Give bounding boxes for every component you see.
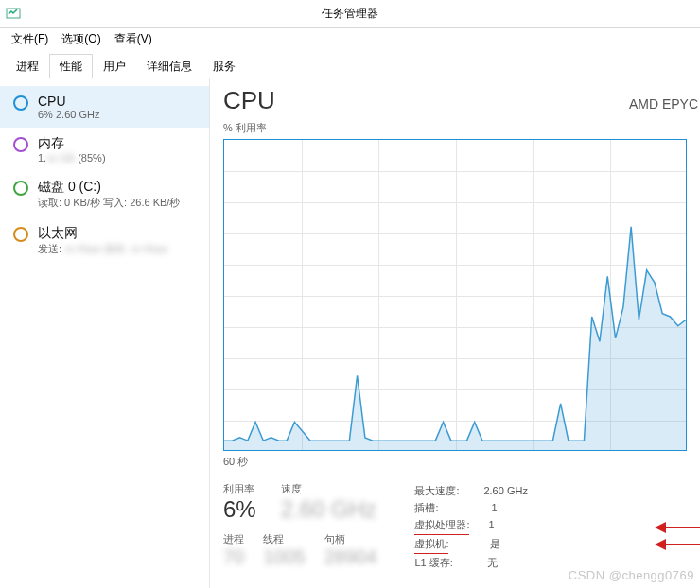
menu-options[interactable]: 选项(O) — [58, 29, 104, 49]
content-area: CPU 6% 2.60 GHz 内存 1.xx GB (85%) 磁盘 0 (C… — [0, 78, 700, 588]
svg-marker-2 — [655, 522, 666, 533]
proc-label: 进程 — [223, 532, 244, 546]
tab-details[interactable]: 详细信息 — [136, 54, 202, 78]
sidebar-item-ethernet[interactable]: 以太网 发送: xx Kbps 接收: xx Kbps — [0, 217, 209, 264]
sidebar-cpu-sub: 6% 2.60 GHz — [38, 109, 99, 120]
speed-value: 2.60 GHz — [281, 496, 376, 523]
chart-svg — [224, 140, 686, 450]
sidebar-item-cpu[interactable]: CPU 6% 2.60 GHz — [0, 86, 209, 128]
tab-performance[interactable]: 性能 — [49, 54, 93, 78]
memory-ring-icon — [13, 137, 28, 152]
tab-processes[interactable]: 进程 — [6, 54, 49, 78]
performance-main: CPU AMD EPYC % 利用率 60 秒 利用率 6% 速度 — [210, 78, 700, 588]
performance-sidebar: CPU 6% 2.60 GHz 内存 1.xx GB (85%) 磁盘 0 (C… — [0, 78, 210, 588]
max-speed-label: 最大速度: — [414, 482, 459, 499]
vm-label: 虚拟机: — [414, 535, 448, 554]
cpu-ring-icon — [13, 95, 28, 111]
tab-users[interactable]: 用户 — [93, 54, 136, 78]
menu-file[interactable]: 文件(F) — [8, 29, 52, 49]
sockets-label: 插槽: — [414, 499, 438, 516]
disk-ring-icon — [13, 181, 28, 196]
menu-view[interactable]: 查看(V) — [111, 29, 156, 49]
speed-label: 速度 — [281, 482, 376, 496]
cpu-detail-stats: 最大速度:2.60 GHz 插槽:1 虚拟处理器:1 虚拟机:是 L1 缓存:无 — [414, 482, 528, 571]
page-title: CPU — [223, 86, 275, 115]
handles-label: 句柄 — [324, 532, 377, 546]
vproc-value: 1 — [488, 516, 494, 535]
sidebar-memory-title: 内存 — [38, 135, 106, 152]
cpu-stats: 利用率 6% 速度 2.60 GHz 进程 70 线程 1005 — [223, 482, 700, 571]
vproc-label: 虚拟处理器: — [414, 516, 469, 535]
util-label: 利用率 — [223, 482, 256, 496]
sidebar-item-memory[interactable]: 内存 1.xx GB (85%) — [0, 128, 209, 171]
proc-value: 70 — [223, 546, 244, 568]
tab-services[interactable]: 服务 — [202, 54, 246, 78]
vm-value: 是 — [490, 535, 500, 554]
threads-value: 1005 — [263, 546, 306, 568]
annotation-arrow-2 — [655, 536, 700, 557]
l1-label: L1 缓存: — [414, 554, 452, 571]
sidebar-disk-sub: 读取: 0 KB/秒 写入: 26.6 KB/秒 — [38, 196, 180, 210]
chart-y-label: % 利用率 — [223, 121, 700, 135]
sidebar-eth-sub: 发送: xx Kbps 接收: xx Kbps — [38, 242, 168, 256]
svg-marker-4 — [655, 539, 666, 550]
window-title: 任务管理器 — [322, 6, 378, 22]
l1-value: 无 — [487, 554, 498, 571]
sidebar-item-disk[interactable]: 磁盘 0 (C:) 读取: 0 KB/秒 写入: 26.6 KB/秒 — [0, 171, 209, 217]
sidebar-eth-title: 以太网 — [38, 225, 168, 242]
app-icon — [6, 6, 21, 21]
threads-label: 线程 — [263, 532, 306, 546]
sidebar-cpu-title: CPU — [38, 94, 99, 109]
max-speed-value: 2.60 GHz — [483, 482, 527, 499]
util-value: 6% — [223, 496, 256, 523]
cpu-brand: AMD EPYC — [629, 96, 698, 112]
cpu-utilization-chart — [223, 139, 687, 451]
sockets-value: 1 — [491, 499, 497, 516]
chart-x-label: 60 秒 — [223, 455, 700, 469]
titlebar: 任务管理器 — [0, 0, 700, 28]
handles-value: 28904 — [324, 546, 377, 568]
watermark: CSDN @chengg0769 — [569, 568, 694, 582]
sidebar-memory-sub: 1.xx GB (85%) — [38, 152, 106, 164]
tab-strip: 进程 性能 用户 详细信息 服务 — [0, 49, 700, 78]
sidebar-disk-title: 磁盘 0 (C:) — [38, 179, 180, 196]
menubar: 文件(F) 选项(O) 查看(V) — [0, 28, 700, 49]
ethernet-ring-icon — [13, 227, 28, 242]
